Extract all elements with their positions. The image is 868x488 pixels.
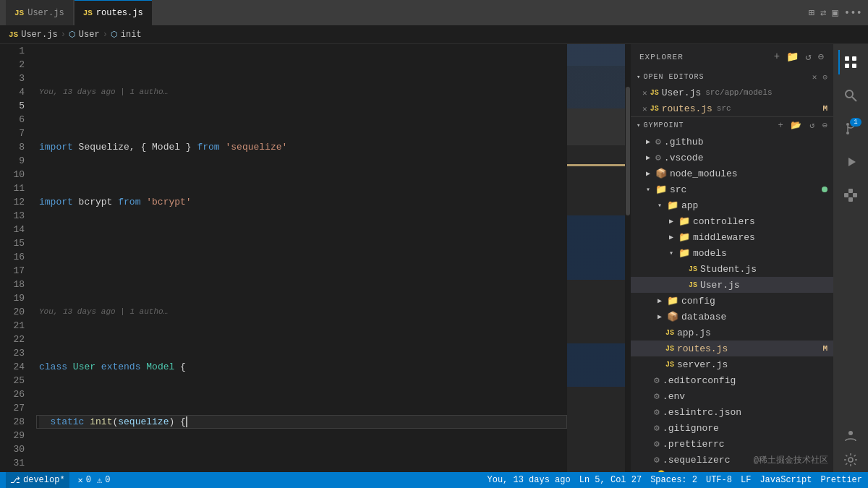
status-position[interactable]: Ln 5, Col 27 [579, 475, 642, 485]
tree-github[interactable]: ▶ ⚙ .github [631, 134, 833, 150]
tree-app[interactable]: ▾ 📁 app [631, 197, 833, 213]
new-folder-project-icon[interactable]: 📂 [791, 121, 801, 131]
split-editor-icon[interactable]: ⊞ [808, 7, 814, 19]
svg-rect-2 [845, 64, 849, 68]
toggle-primary-sidebar-icon[interactable]: ▣ [832, 7, 838, 19]
activity-search[interactable] [838, 83, 863, 108]
line-num-25: 25 [0, 374, 27, 388]
refresh-project-icon[interactable]: ↺ [809, 121, 814, 131]
line-num-4: 4 [0, 85, 27, 99]
close-icon[interactable]: ✕ [642, 88, 647, 98]
tree-config-label: config [681, 296, 715, 307]
line-num-7: 7 [0, 127, 27, 140]
activity-account[interactable] [838, 423, 863, 448]
tree-database[interactable]: ▶ 📦 database [631, 309, 833, 325]
code-editor[interactable]: 1 2 3 4 5 6 7 8 9 10 11 12 13 14 15 16 1… [0, 44, 631, 472]
svg-point-6 [846, 123, 849, 126]
status-spaces[interactable]: Spaces: 2 [650, 475, 697, 485]
editor-scrollbar[interactable] [625, 44, 631, 472]
code-line-4[interactable]: class User extends Model { [39, 360, 567, 374]
open-editor-user-path: src/app/models [705, 88, 772, 97]
tree-user-js[interactable]: JS User.js [631, 277, 833, 293]
code-line-3[interactable] [39, 250, 567, 264]
close-all-editors-icon[interactable]: ✕ [812, 72, 817, 82]
warning-icon: ⚠ [97, 475, 102, 486]
controllers-folder-icon: 📁 [678, 215, 690, 227]
status-branch[interactable]: ⎇ develop* [6, 472, 69, 488]
tree-student-js[interactable]: JS Student.js [631, 261, 833, 277]
save-all-icon[interactable]: ⊙ [822, 72, 827, 82]
toggle-panel-icon[interactable]: ⇄ [820, 7, 826, 19]
new-file-project-icon[interactable]: + [778, 121, 783, 131]
line-num-21: 21 [0, 319, 27, 333]
editor-scrollbar-thumb[interactable] [626, 87, 630, 215]
tree-middlewares[interactable]: ▶ 📁 middlewares [631, 229, 833, 245]
open-editor-user-js[interactable]: ✕ JS User.js src/app/models [631, 85, 833, 100]
new-folder-icon[interactable]: 📁 [786, 51, 799, 63]
code-line-6[interactable]: super.init( [39, 470, 567, 472]
tree-github-label: .github [664, 137, 704, 147]
activity-debug[interactable] [838, 150, 863, 174]
open-editors-header[interactable]: ▾ OPEN EDITORS ✕ ⊙ [631, 69, 833, 85]
code-line-2[interactable]: import bcrypt from 'bcrypt' [39, 195, 567, 209]
status-encoding[interactable]: UTF-8 [706, 475, 732, 485]
chevron-down-icon-5: ▾ [665, 249, 677, 257]
line-num-15: 15 [0, 236, 27, 250]
status-blame[interactable]: You, 13 days ago [488, 475, 571, 485]
sidebar: EXPLORER + 📁 ↺ ⊖ ▾ OPEN EDITORS ✕ ⊙ ✕ [631, 44, 833, 472]
tree-editorconfig[interactable]: ⚙ .editorconfig [631, 372, 833, 388]
tree-eslintrc[interactable]: ⚙ .eslintrc.json [631, 404, 833, 420]
more-actions-icon[interactable]: ••• [844, 7, 862, 19]
status-language[interactable]: JavaScript [760, 475, 812, 485]
activity-source-control[interactable]: 1 [838, 116, 863, 141]
svg-rect-10 [844, 193, 848, 197]
tree-gitignore[interactable]: ⚙ .gitignore [631, 420, 833, 436]
collapse-all-icon[interactable]: ⊖ [818, 51, 825, 63]
status-line-ending[interactable]: LF [741, 475, 751, 485]
minimap-slider[interactable] [567, 44, 625, 145]
tree-vscode-label: .vscode [664, 153, 704, 163]
tree-models[interactable]: ▾ 📁 models [631, 245, 833, 261]
status-formatter[interactable]: Prettier [820, 475, 862, 485]
tree-config[interactable]: ▶ 📁 config [631, 293, 833, 309]
gympoint-header[interactable]: ▾ GYMPOINT + 📂 ↺ ⊖ [631, 117, 833, 134]
code-line-5[interactable]: static init(sequelize) { [39, 415, 567, 429]
close-icon-2[interactable]: ✕ [642, 104, 647, 114]
database-folder-icon: 📦 [667, 311, 678, 322]
tree-app-js-label: app.js [677, 328, 711, 338]
tree-prettierrc[interactable]: ⚙ .prettierrc [631, 436, 833, 452]
source-control-badge: 1 [850, 118, 861, 127]
github-folder-icon: ⚙ [655, 136, 661, 147]
activity-settings[interactable] [838, 448, 863, 472]
js-app-icon: JS [665, 329, 674, 337]
tree-env[interactable]: ⚙ .env [631, 388, 833, 404]
middlewares-folder-icon: 📁 [678, 231, 690, 243]
breadcrumb: JS User.js › ⬡ User › ⬡ init [0, 25, 868, 44]
status-errors[interactable]: ✕ 0 ⚠ 0 [78, 475, 111, 486]
tree-src[interactable]: ▾ 📁 src [631, 181, 833, 197]
line-num-18: 18 [0, 278, 27, 291]
tree-sequelizerc[interactable]: ⚙ .sequelizerc [631, 452, 833, 468]
tree-node-modules[interactable]: ▶ 📦 node_modules [631, 166, 833, 181]
tree-app-js[interactable]: JS app.js [631, 325, 833, 341]
tab-routes-js[interactable]: JS routes.js [75, 0, 152, 25]
tree-vscode[interactable]: ▶ ⚙ .vscode [631, 150, 833, 166]
svg-marker-9 [848, 158, 856, 166]
svg-rect-3 [852, 64, 856, 68]
tree-eslintrc-label: .eslintrc.json [663, 407, 741, 418]
tree-server-js[interactable]: JS server.js [631, 356, 833, 372]
src-dot [822, 187, 827, 192]
open-editor-routes-js[interactable]: ✕ JS routes.js src M [631, 100, 833, 116]
activity-explorer[interactable] [838, 50, 863, 74]
tree-controllers[interactable]: ▶ 📁 controllers [631, 213, 833, 229]
activity-extensions[interactable] [838, 183, 863, 207]
refresh-icon[interactable]: ↺ [805, 51, 812, 63]
open-editor-routes-path: src [717, 104, 731, 113]
tree-controllers-label: controllers [693, 216, 755, 227]
code-content[interactable]: You, 13 days ago | 1 author (You) import… [36, 44, 567, 472]
tab-user-js[interactable]: JS User.js [6, 0, 73, 25]
tree-routes-js[interactable]: JS routes.js M [631, 341, 833, 356]
new-file-icon[interactable]: + [774, 51, 780, 63]
collapse-project-icon[interactable]: ⊖ [822, 121, 827, 131]
code-line-1[interactable]: import Sequelize, { Model } from 'sequel… [39, 140, 567, 154]
